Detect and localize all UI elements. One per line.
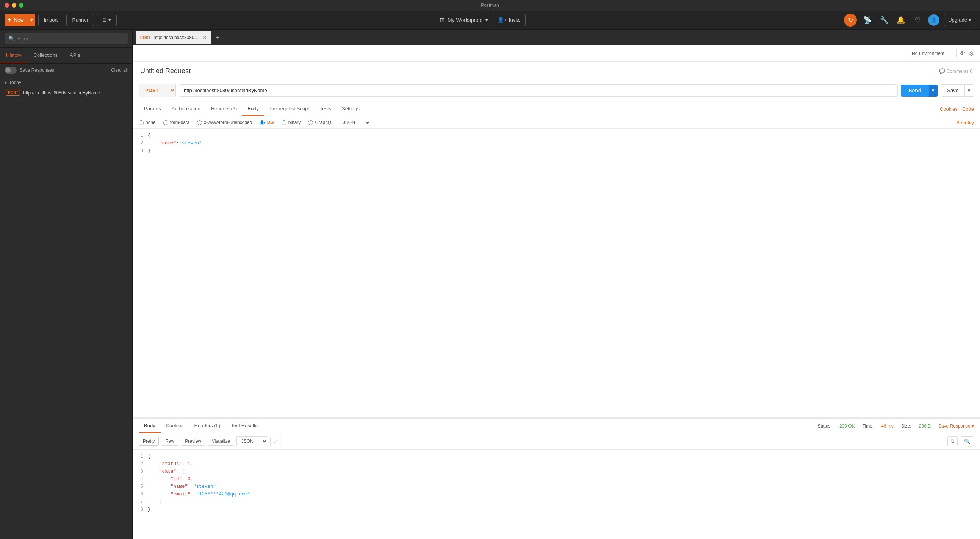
body-opt-urlencoded[interactable]: x-www-form-urlencoded — [197, 120, 252, 125]
resp-line-1: 1 { — [133, 453, 980, 460]
heart-icon[interactable]: ♡ — [912, 14, 924, 26]
sidebar-tab-collections[interactable]: Collections — [27, 48, 64, 63]
sidebar-tab-history[interactable]: History — [0, 48, 27, 63]
wrench-icon[interactable]: 🔧 — [878, 14, 890, 26]
fmt-btn-raw[interactable]: Raw — [161, 437, 178, 446]
code-line-1: 1 { — [133, 132, 980, 140]
request-body-editor[interactable]: 1 { 2 "name":"steven" 3 } — [133, 129, 980, 418]
save-response-label: Save Response — [938, 423, 970, 429]
save-dropdown-button[interactable]: ▾ — [965, 84, 974, 97]
radio-form-data[interactable] — [163, 120, 168, 125]
new-button[interactable]: + New ▾ — [5, 14, 35, 26]
history-item[interactable]: POST http://localhost:8080/user/findByNa… — [5, 87, 128, 98]
body-opt-graphql[interactable]: GraphQL — [308, 120, 334, 125]
code-link[interactable]: Code — [962, 102, 974, 116]
tab-method: POST — [140, 36, 150, 40]
invite-label: Invite — [509, 17, 521, 23]
method-select[interactable]: POST GET PUT DELETE PATCH — [139, 84, 176, 97]
wrap-lines-icon-btn[interactable]: ⇌ — [270, 437, 281, 446]
radio-raw[interactable] — [259, 120, 264, 125]
body-options: none form-data x-www-form-urlencoded raw… — [133, 116, 980, 129]
radio-graphql[interactable] — [308, 120, 313, 125]
sidebar: 🔍 History Collections APIs Save Response… — [0, 30, 133, 539]
resp-tab-headers[interactable]: Headers (5) — [189, 419, 226, 433]
time-value: 46 ms — [881, 423, 894, 429]
body-opt-none[interactable]: none — [139, 120, 156, 125]
tab-more-button[interactable]: ··· — [224, 35, 228, 41]
invite-button[interactable]: 👤+ Invite — [493, 14, 526, 26]
request-title: Untitled Request — [140, 67, 191, 75]
radio-none[interactable] — [139, 120, 144, 125]
maximize-btn[interactable] — [19, 3, 24, 8]
sidebar-tab-apis[interactable]: APIs — [64, 48, 86, 63]
workspace-mode-button[interactable]: ⊞ ▾ — [97, 14, 117, 26]
chevron-down-icon: ▾ — [30, 17, 33, 23]
send-dropdown-button[interactable]: ▾ — [929, 84, 937, 97]
req-tab-headers[interactable]: Headers (9) — [206, 102, 243, 116]
resp-line-6: 6 "email": "125****421@qq.com" — [133, 490, 980, 498]
tab-close-btn[interactable]: ✕ — [202, 35, 207, 40]
beautify-button[interactable]: Beautify — [956, 120, 974, 126]
resp-tab-body[interactable]: Body — [139, 419, 161, 433]
send-button[interactable]: Send — [901, 84, 929, 97]
search-icon-btn[interactable]: 🔍 — [961, 436, 974, 446]
import-button[interactable]: Import — [38, 14, 64, 26]
bell-icon[interactable]: 🔔 — [895, 14, 907, 26]
radio-urlencoded[interactable] — [197, 120, 202, 125]
clear-all-button[interactable]: Clear all — [111, 67, 128, 73]
minimize-btn[interactable] — [12, 3, 16, 8]
plus-icon: + — [8, 16, 12, 24]
avatar[interactable]: 👤 — [928, 14, 939, 26]
grid-icon: ⊞ — [440, 16, 444, 24]
resp-format-type-select[interactable]: JSON — [237, 436, 268, 446]
toolbar-center: ⊞ My Workspace ▾ 👤+ Invite — [120, 14, 841, 26]
upgrade-button[interactable]: Upgrade ▾ — [944, 14, 975, 26]
fmt-btn-pretty[interactable]: Pretty — [139, 437, 159, 446]
refresh-icon[interactable]: ↻ — [844, 14, 857, 27]
resp-tab-tests[interactable]: Test Results — [226, 419, 263, 433]
fmt-btn-visualize[interactable]: Visualize — [208, 437, 234, 446]
copy-icon-btn[interactable]: ⧉ — [947, 436, 958, 446]
search-icon: 🔍 — [8, 36, 14, 41]
new-button-main[interactable]: + New — [5, 16, 28, 24]
req-tab-params[interactable]: Params — [139, 102, 166, 116]
eye-icon-btn[interactable]: 👁 — [959, 50, 966, 57]
tab-item-post[interactable]: POST http://localhost:8080/user/fin... ✕ — [136, 31, 212, 45]
resp-tab-cookies[interactable]: Cookies — [161, 419, 189, 433]
runner-button[interactable]: Runner — [66, 14, 94, 26]
search-input[interactable] — [18, 36, 124, 41]
gear-icon-btn[interactable]: ⚙ — [969, 50, 974, 57]
app-title: Postman — [481, 3, 499, 8]
body-opt-form-data[interactable]: form-data — [163, 120, 189, 125]
req-tab-auth[interactable]: Authorization — [166, 102, 206, 116]
body-opt-binary[interactable]: binary — [282, 120, 301, 125]
new-dropdown-btn[interactable]: ▾ — [28, 17, 35, 23]
tab-add-button[interactable]: + — [212, 32, 223, 43]
workspace-button[interactable]: ⊞ My Workspace ▾ — [435, 14, 493, 26]
close-btn[interactable] — [5, 3, 9, 8]
url-input[interactable] — [179, 84, 898, 97]
chevron-down-icon: ▾ — [5, 80, 7, 85]
code-line-3: 3 } — [133, 147, 980, 155]
env-select[interactable]: No Environment — [908, 49, 956, 58]
fmt-btn-preview[interactable]: Preview — [181, 437, 205, 446]
req-tab-settings[interactable]: Settings — [337, 102, 365, 116]
search-input-wrap[interactable]: 🔍 — [5, 33, 128, 44]
radio-binary[interactable] — [282, 120, 286, 125]
req-tab-tests[interactable]: Tests — [315, 102, 337, 116]
cookies-link[interactable]: Cookies — [940, 102, 958, 116]
satellite-icon[interactable]: 📡 — [861, 14, 873, 26]
save-button[interactable]: Save — [940, 84, 965, 97]
save-responses-toggle[interactable]: Save Responses — [5, 67, 54, 73]
tab-url: http://localhost:8080/user/fin... — [153, 35, 199, 40]
req-tab-prerequest[interactable]: Pre-request Script — [264, 102, 315, 116]
req-tab-body[interactable]: Body — [242, 102, 264, 116]
today-label[interactable]: ▾ Today — [5, 80, 128, 85]
body-opt-raw[interactable]: raw — [259, 120, 274, 125]
save-response-button[interactable]: Save Response ▾ — [938, 423, 974, 429]
main-toolbar: + New ▾ Import Runner ⊞ ▾ ⊞ My Workspace… — [0, 11, 980, 30]
response-body-viewer: 1 { 2 "status": 1, 3 "data": { — [133, 450, 980, 539]
json-type-select[interactable]: JSON Text JavaScript HTML XML — [342, 119, 371, 126]
toggle-switch[interactable] — [5, 67, 17, 73]
resp-status-bar: Status: 200 OK Time: 46 ms Size: 236 B S… — [818, 423, 974, 429]
